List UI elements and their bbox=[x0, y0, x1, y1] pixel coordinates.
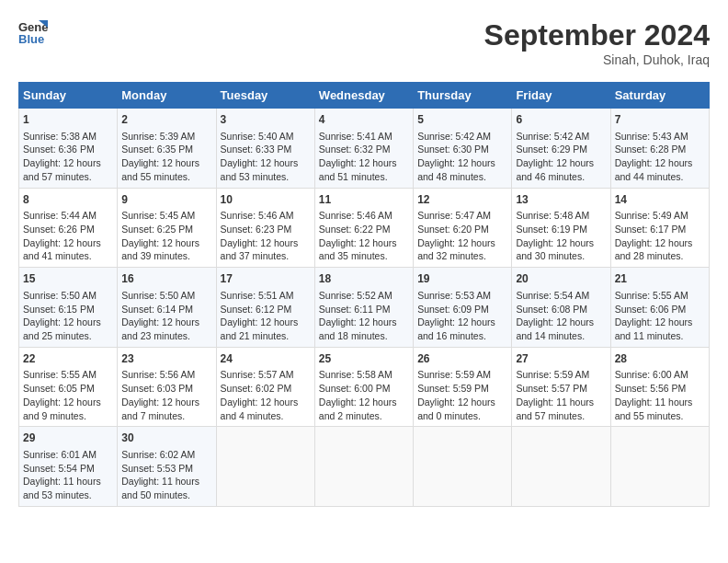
day-content: Sunrise: 5:42 AM Sunset: 6:29 PM Dayligh… bbox=[516, 130, 606, 184]
calendar-cell: 25Sunrise: 5:58 AM Sunset: 6:00 PM Dayli… bbox=[314, 347, 413, 427]
logo: General Blue bbox=[18, 18, 51, 44]
day-number: 22 bbox=[23, 351, 113, 367]
calendar-cell: 26Sunrise: 5:59 AM Sunset: 5:59 PM Dayli… bbox=[414, 347, 512, 427]
calendar-row: 1Sunrise: 5:38 AM Sunset: 6:36 PM Daylig… bbox=[19, 109, 710, 189]
calendar-row: 8Sunrise: 5:44 AM Sunset: 6:26 PM Daylig… bbox=[19, 188, 710, 268]
day-content: Sunrise: 5:55 AM Sunset: 6:05 PM Dayligh… bbox=[23, 368, 113, 422]
day-content: Sunrise: 6:00 AM Sunset: 5:56 PM Dayligh… bbox=[615, 368, 705, 422]
calendar-cell: 14Sunrise: 5:49 AM Sunset: 6:17 PM Dayli… bbox=[610, 188, 709, 268]
day-number: 14 bbox=[615, 192, 705, 208]
day-content: Sunrise: 5:39 AM Sunset: 6:35 PM Dayligh… bbox=[121, 130, 211, 184]
title-block: September 2024 Sinah, Duhok, Iraq bbox=[484, 18, 710, 67]
day-number: 7 bbox=[615, 112, 705, 128]
calendar-cell: 18Sunrise: 5:52 AM Sunset: 6:11 PM Dayli… bbox=[314, 268, 413, 348]
day-content: Sunrise: 5:52 AM Sunset: 6:11 PM Dayligh… bbox=[319, 289, 409, 343]
calendar-cell: 30Sunrise: 6:02 AM Sunset: 5:53 PM Dayli… bbox=[118, 427, 216, 507]
calendar-cell: 27Sunrise: 5:59 AM Sunset: 5:57 PM Dayli… bbox=[512, 347, 610, 427]
day-content: Sunrise: 5:50 AM Sunset: 6:14 PM Dayligh… bbox=[121, 289, 211, 343]
calendar-cell: 1Sunrise: 5:38 AM Sunset: 6:36 PM Daylig… bbox=[19, 109, 118, 189]
day-number: 5 bbox=[417, 112, 507, 128]
day-number: 10 bbox=[221, 192, 311, 208]
weekday-header: Saturday bbox=[610, 83, 709, 109]
calendar-cell: 7Sunrise: 5:43 AM Sunset: 6:28 PM Daylig… bbox=[610, 109, 709, 189]
day-number: 15 bbox=[23, 271, 113, 287]
logo-icon: General Blue bbox=[18, 18, 48, 44]
day-content: Sunrise: 5:42 AM Sunset: 6:30 PM Dayligh… bbox=[417, 130, 507, 184]
day-content: Sunrise: 5:46 AM Sunset: 6:23 PM Dayligh… bbox=[221, 209, 311, 263]
weekday-header: Tuesday bbox=[216, 83, 314, 109]
day-content: Sunrise: 5:53 AM Sunset: 6:09 PM Dayligh… bbox=[417, 289, 507, 343]
day-number: 17 bbox=[221, 271, 311, 287]
day-number: 9 bbox=[121, 192, 211, 208]
day-number: 29 bbox=[23, 431, 113, 446]
day-content: Sunrise: 5:45 AM Sunset: 6:25 PM Dayligh… bbox=[121, 209, 211, 263]
day-content: Sunrise: 5:51 AM Sunset: 6:12 PM Dayligh… bbox=[221, 289, 311, 343]
calendar-cell bbox=[314, 427, 413, 507]
weekday-header: Thursday bbox=[414, 83, 512, 109]
calendar-cell: 20Sunrise: 5:54 AM Sunset: 6:08 PM Dayli… bbox=[512, 268, 610, 348]
day-content: Sunrise: 5:57 AM Sunset: 6:02 PM Dayligh… bbox=[221, 368, 311, 422]
day-content: Sunrise: 5:56 AM Sunset: 6:03 PM Dayligh… bbox=[121, 368, 211, 422]
calendar-cell: 3Sunrise: 5:40 AM Sunset: 6:33 PM Daylig… bbox=[216, 109, 314, 189]
day-number: 8 bbox=[23, 192, 113, 208]
calendar-cell: 6Sunrise: 5:42 AM Sunset: 6:29 PM Daylig… bbox=[512, 109, 610, 189]
day-number: 13 bbox=[516, 192, 606, 208]
day-content: Sunrise: 5:44 AM Sunset: 6:26 PM Dayligh… bbox=[23, 209, 113, 263]
calendar-cell: 9Sunrise: 5:45 AM Sunset: 6:25 PM Daylig… bbox=[118, 188, 216, 268]
day-content: Sunrise: 5:38 AM Sunset: 6:36 PM Dayligh… bbox=[23, 130, 113, 184]
day-number: 2 bbox=[121, 112, 211, 128]
day-content: Sunrise: 5:50 AM Sunset: 6:15 PM Dayligh… bbox=[23, 289, 113, 343]
day-content: Sunrise: 5:49 AM Sunset: 6:17 PM Dayligh… bbox=[615, 209, 705, 263]
day-content: Sunrise: 5:48 AM Sunset: 6:19 PM Dayligh… bbox=[516, 209, 606, 263]
day-content: Sunrise: 5:47 AM Sunset: 6:20 PM Dayligh… bbox=[417, 209, 507, 263]
calendar-row: 29Sunrise: 6:01 AM Sunset: 5:54 PM Dayli… bbox=[19, 427, 710, 507]
day-number: 4 bbox=[319, 112, 409, 128]
page-header: General Blue September 2024 Sinah, Duhok… bbox=[18, 18, 710, 67]
weekday-header: Wednesday bbox=[314, 83, 413, 109]
day-number: 19 bbox=[417, 271, 507, 287]
day-content: Sunrise: 5:43 AM Sunset: 6:28 PM Dayligh… bbox=[615, 130, 705, 184]
calendar-cell bbox=[512, 427, 610, 507]
day-content: Sunrise: 5:55 AM Sunset: 6:06 PM Dayligh… bbox=[615, 289, 705, 343]
day-content: Sunrise: 5:59 AM Sunset: 5:57 PM Dayligh… bbox=[516, 368, 606, 422]
calendar-cell: 16Sunrise: 5:50 AM Sunset: 6:14 PM Dayli… bbox=[118, 268, 216, 348]
day-number: 16 bbox=[121, 271, 211, 287]
calendar-cell: 19Sunrise: 5:53 AM Sunset: 6:09 PM Dayli… bbox=[414, 268, 512, 348]
calendar-cell: 29Sunrise: 6:01 AM Sunset: 5:54 PM Dayli… bbox=[19, 427, 118, 507]
day-content: Sunrise: 5:46 AM Sunset: 6:22 PM Dayligh… bbox=[319, 209, 409, 263]
calendar-cell: 21Sunrise: 5:55 AM Sunset: 6:06 PM Dayli… bbox=[610, 268, 709, 348]
calendar-cell: 4Sunrise: 5:41 AM Sunset: 6:32 PM Daylig… bbox=[314, 109, 413, 189]
calendar-cell: 10Sunrise: 5:46 AM Sunset: 6:23 PM Dayli… bbox=[216, 188, 314, 268]
day-number: 24 bbox=[221, 351, 311, 367]
calendar-cell: 28Sunrise: 6:00 AM Sunset: 5:56 PM Dayli… bbox=[610, 347, 709, 427]
month-title: September 2024 bbox=[484, 18, 710, 52]
calendar-cell: 5Sunrise: 5:42 AM Sunset: 6:30 PM Daylig… bbox=[414, 109, 512, 189]
calendar-cell: 22Sunrise: 5:55 AM Sunset: 6:05 PM Dayli… bbox=[19, 347, 118, 427]
day-number: 25 bbox=[319, 351, 409, 367]
weekday-header-row: SundayMondayTuesdayWednesdayThursdayFrid… bbox=[19, 83, 710, 109]
day-content: Sunrise: 5:40 AM Sunset: 6:33 PM Dayligh… bbox=[221, 130, 311, 184]
calendar-cell bbox=[610, 427, 709, 507]
day-content: Sunrise: 5:58 AM Sunset: 6:00 PM Dayligh… bbox=[319, 368, 409, 422]
day-content: Sunrise: 5:59 AM Sunset: 5:59 PM Dayligh… bbox=[417, 368, 507, 422]
calendar-cell: 24Sunrise: 5:57 AM Sunset: 6:02 PM Dayli… bbox=[216, 347, 314, 427]
day-number: 1 bbox=[23, 112, 113, 128]
day-content: Sunrise: 5:54 AM Sunset: 6:08 PM Dayligh… bbox=[516, 289, 606, 343]
day-number: 30 bbox=[121, 431, 211, 446]
svg-text:Blue: Blue bbox=[18, 32, 44, 44]
day-content: Sunrise: 5:41 AM Sunset: 6:32 PM Dayligh… bbox=[319, 130, 409, 184]
calendar-table: SundayMondayTuesdayWednesdayThursdayFrid… bbox=[18, 82, 710, 507]
calendar-row: 15Sunrise: 5:50 AM Sunset: 6:15 PM Dayli… bbox=[19, 268, 710, 348]
day-number: 6 bbox=[516, 112, 606, 128]
day-number: 27 bbox=[516, 351, 606, 367]
day-content: Sunrise: 6:01 AM Sunset: 5:54 PM Dayligh… bbox=[23, 448, 113, 502]
day-number: 3 bbox=[221, 112, 311, 128]
day-number: 12 bbox=[417, 192, 507, 208]
weekday-header: Friday bbox=[512, 83, 610, 109]
calendar-cell: 17Sunrise: 5:51 AM Sunset: 6:12 PM Dayli… bbox=[216, 268, 314, 348]
calendar-cell: 23Sunrise: 5:56 AM Sunset: 6:03 PM Dayli… bbox=[118, 347, 216, 427]
weekday-header: Monday bbox=[118, 83, 216, 109]
weekday-header: Sunday bbox=[19, 83, 118, 109]
calendar-row: 22Sunrise: 5:55 AM Sunset: 6:05 PM Dayli… bbox=[19, 347, 710, 427]
calendar-cell: 11Sunrise: 5:46 AM Sunset: 6:22 PM Dayli… bbox=[314, 188, 413, 268]
